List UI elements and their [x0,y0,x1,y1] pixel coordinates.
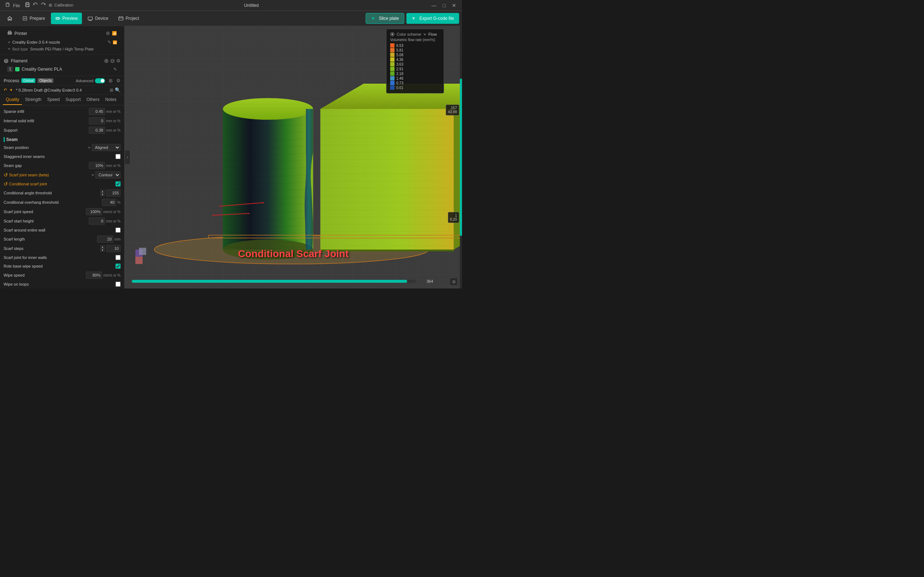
scarf-joint-speed-input[interactable] [86,208,102,215]
nav-prepare[interactable]: Prepare [18,13,50,24]
right-scrollbar-thumb[interactable] [460,79,462,236]
scarf-length-value: mm [97,235,121,243]
slice-plate-button[interactable]: ▼ Slice plate [366,13,404,24]
process-settings-icon[interactable]: ⚙ [116,78,121,83]
sidebar-collapse-button[interactable]: › [124,150,130,164]
sparse-infill-input[interactable] [89,108,105,115]
objects-tag[interactable]: Objects [37,78,53,83]
profile-search-icon[interactable]: 🔍 [115,87,121,93]
annotation-label: Conditional Scarf Joint [238,248,348,259]
printer-settings-icon[interactable]: ⚙ [106,31,110,36]
filament-remove-icon[interactable]: ⊖ [110,58,115,64]
color-value-4: 3.63 [396,62,403,66]
internal-solid-infill-input[interactable] [89,117,105,124]
profile-copy-icon[interactable]: ⊞ [110,88,113,93]
conditional-scarf-reset-icon[interactable]: ↺ [3,181,8,187]
color-scheme-chevron-icon [423,33,426,36]
nozzle-edit-icon[interactable]: ✎ [108,40,111,45]
scarf-steps-up-btn[interactable]: ▲ [100,245,105,248]
global-tag[interactable]: Global [21,78,36,83]
seam-position-select[interactable]: Aligned Random Rear [92,144,121,151]
scarf-steps-input[interactable] [106,245,121,252]
filament-edit-icon[interactable]: ✎ [113,67,117,72]
redo-button[interactable] [41,2,46,8]
staggered-inner-seams-checkbox[interactable] [115,154,121,159]
scarf-around-entire-wall-checkbox[interactable] [115,227,121,233]
angle-threshold-up-btn[interactable]: ▲ [100,190,105,193]
slice-dropdown-icon[interactable]: ▼ [371,16,375,21]
close-button[interactable]: ✕ [450,2,459,9]
scarf-joint-speed-value: mm/s or % [86,208,121,215]
export-gcode-button[interactable]: ▼ Export G-code file [406,13,459,24]
internal-solid-infill-unit: mm or % [106,119,121,123]
scarf-steps-down-btn[interactable]: ▼ [100,248,105,252]
export-dropdown-icon[interactable]: ▼ [412,16,416,21]
seam-gap-value: mm or % [89,162,121,169]
printer-header[interactable]: Printer ⚙ 📶 [3,28,121,39]
seam-position-chevron-icon [88,146,90,149]
param-staggered-inner-seams: Staggered inner seams [0,152,124,161]
printer-icon [7,30,12,36]
scarf-length-input[interactable] [97,235,113,243]
filament-color-swatch[interactable] [15,67,19,71]
scarf-steps-label: Scarf steps [3,246,100,251]
tab-support[interactable]: Support [63,95,83,105]
scarf-joint-reset-icon[interactable]: ↺ [3,172,8,178]
color-value-5: 2.91 [396,67,403,71]
maximize-button[interactable]: □ [441,2,448,9]
minimize-button[interactable]: — [430,2,439,9]
nav-home[interactable] [3,13,16,24]
scarf-joint-seam-select[interactable]: Contour None [95,171,121,179]
timeline-bar[interactable] [132,280,416,283]
wipe-speed-input[interactable] [86,272,102,279]
wipe-on-loops-checkbox[interactable] [115,282,121,287]
undo-button[interactable] [33,2,38,8]
profile-name: * 0.28mm Draft @Creality Ender3 0.4 [16,88,108,92]
filament-number: 1 [7,66,13,72]
nav-preview[interactable]: Preview [51,13,82,24]
seam-gap-input[interactable] [89,162,105,169]
scarf-joint-inner-walls-checkbox[interactable] [115,255,121,260]
tab-quality[interactable]: Quality [3,95,22,105]
nav-device[interactable]: Device [83,13,113,24]
nozzle-label: Creality Ender-3 0.4 nozzle [12,40,108,44]
calibration-button[interactable]: ⊞ Calibration [49,3,73,8]
conditional-scarf-joint-value [115,181,121,187]
save-button[interactable] [25,2,30,8]
file-menu[interactable]: File [3,2,22,9]
color-scheme-icon [390,32,394,36]
angle-threshold-down-btn[interactable]: ▼ [100,193,105,196]
scarf-start-height-label: Scarf start height [3,219,89,223]
printer-wifi-icon[interactable]: 📶 [112,31,117,36]
color-entry-5: 2.91 [390,67,440,71]
seam-section-header: Seam [0,135,124,143]
nav-project[interactable]: Project [114,13,143,24]
tab-speed[interactable]: Speed [44,95,63,105]
conditional-angle-threshold-input[interactable] [106,189,121,197]
wipe-speed-label: Wipe speed [3,273,86,277]
conditional-scarf-joint-checkbox[interactable] [115,181,121,187]
tab-others[interactable]: Others [83,95,102,105]
nozzle-row: Creality Ender-3 0.4 nozzle ✎ 📶 [3,39,121,46]
process-copy-icon[interactable]: ⊞ [109,78,113,83]
window-controls[interactable]: — □ ✕ [430,2,459,9]
zoom-fit-button[interactable]: ⊞ [450,278,458,285]
viewport[interactable]: › [124,26,462,288]
right-indicator-1-line2: 43.88 [448,110,457,114]
tab-notes[interactable]: Notes [102,95,119,105]
advanced-toggle-switch[interactable] [95,78,105,83]
tab-strength[interactable]: Strength [22,95,44,105]
nozzle-wifi-icon[interactable]: 📶 [113,40,117,44]
color-swatch-2 [390,53,394,57]
role-base-wipe-speed-checkbox[interactable] [115,264,121,269]
conditional-overhang-threshold-input[interactable] [102,199,116,206]
nav-device-label: Device [95,16,108,21]
filament-add-icon[interactable]: ⊕ [104,58,109,64]
nozzle-chevron-icon [7,40,11,44]
support-input[interactable] [89,127,105,134]
scarf-start-height-input[interactable] [89,218,105,225]
filament-settings-icon[interactable]: ⚙ [116,58,121,64]
navbar: Prepare Preview Device Project ▼ Slice p… [0,11,462,26]
svg-rect-61 [135,257,142,264]
right-scrollbar[interactable] [460,26,462,288]
